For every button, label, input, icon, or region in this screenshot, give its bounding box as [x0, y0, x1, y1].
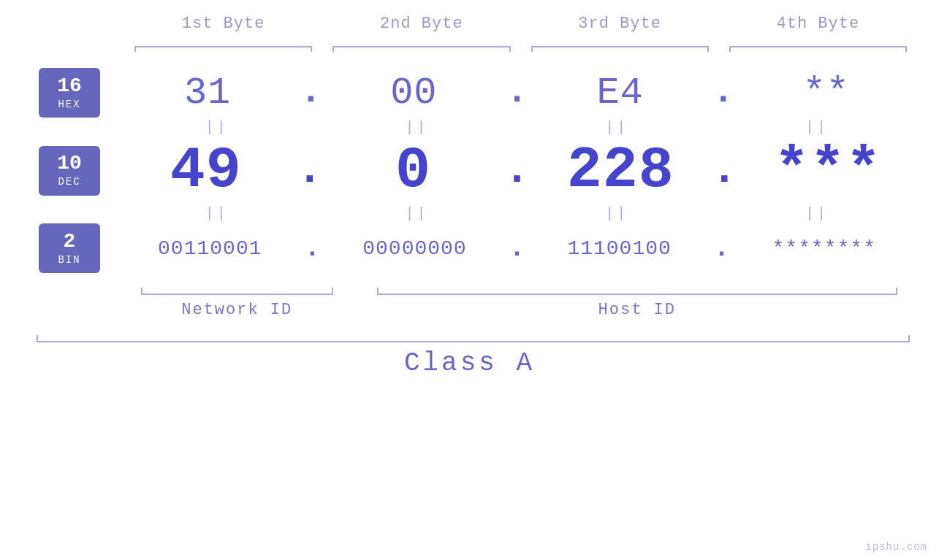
- hex-byte1-cell: 31: [117, 72, 298, 115]
- hex-byte3: E4: [596, 72, 643, 115]
- byte-headers: 1st Byte 2nd Byte 3rd Byte 4th Byte: [22, 15, 917, 33]
- hex-byte2-cell: 00: [323, 72, 504, 115]
- bin-byte2: 00000000: [362, 237, 466, 260]
- dot-hex-3: .: [712, 71, 734, 115]
- bracket-byte3: [524, 39, 716, 53]
- dec-byte3-cell: 228: [532, 137, 710, 204]
- bin-values: 00110001 . 00000000 . 11100100 . *******…: [117, 234, 917, 264]
- hex-byte4: **: [803, 72, 850, 115]
- dec-byte1: 49: [170, 137, 242, 204]
- eq2-b1: ||: [117, 205, 317, 222]
- bracket-byte4: [722, 39, 914, 53]
- dot-hex-2: .: [506, 71, 528, 115]
- hex-values: 31 . 00 . E4 . **: [117, 71, 917, 115]
- content-area: 16 HEX 31 . 00 . E4 . **: [22, 68, 917, 273]
- class-bracket: [33, 328, 913, 342]
- bin-label: 2 BIN: [22, 223, 117, 273]
- equals-row-2: || || || ||: [22, 205, 917, 222]
- dec-byte1-cell: 49: [117, 137, 295, 204]
- dec-byte2-cell: 0: [324, 137, 503, 204]
- hex-label-box: 16 HEX: [39, 68, 100, 118]
- dot-hex-1: .: [300, 71, 322, 115]
- bin-byte4: ********: [772, 237, 876, 260]
- class-label: Class A: [404, 348, 535, 378]
- eq2-b4: ||: [717, 205, 917, 222]
- dec-byte4: ***: [775, 137, 882, 204]
- host-id-label: Host ID: [598, 301, 676, 319]
- eq1-b4: ||: [717, 119, 917, 136]
- byte4-header: 4th Byte: [719, 15, 917, 33]
- dec-byte2: 0: [395, 137, 431, 204]
- eq1-b2: ||: [317, 119, 517, 136]
- host-id-area: Host ID: [357, 280, 918, 319]
- hex-label: 16 HEX: [22, 68, 117, 118]
- bin-number: 2: [64, 231, 76, 253]
- main-container: 1st Byte 2nd Byte 3rd Byte 4th Byte 16 H…: [0, 0, 939, 560]
- dec-byte3: 228: [567, 137, 674, 204]
- dot-dec-1: .: [297, 145, 323, 204]
- host-id-bracket: [371, 280, 903, 295]
- eq2-b2: ||: [317, 205, 517, 222]
- hex-byte1: 31: [184, 72, 231, 115]
- dec-label-box: 10 DEC: [39, 146, 100, 196]
- bin-sub: BIN: [58, 255, 80, 266]
- network-id-bracket: [135, 280, 339, 295]
- watermark: ipshu.com: [865, 541, 927, 553]
- hex-sub: HEX: [58, 99, 80, 110]
- hex-number: 16: [57, 75, 82, 98]
- byte2-header: 2nd Byte: [322, 15, 520, 33]
- bracket-byte2: [325, 39, 517, 53]
- dot-bin-2: .: [509, 234, 525, 264]
- id-labels-row: Network ID Host ID: [22, 280, 917, 319]
- bin-byte3: 11100100: [567, 237, 671, 260]
- dec-row: 10 DEC 49 . 0 . 228 . ***: [22, 137, 917, 204]
- bin-byte4-cell: ********: [731, 237, 917, 260]
- bin-label-box: 2 BIN: [39, 223, 100, 273]
- bin-byte2-cell: 00000000: [322, 237, 508, 260]
- eq1-b3: ||: [517, 119, 718, 136]
- dot-dec-3: .: [711, 145, 737, 204]
- dot-bin-3: .: [714, 234, 730, 264]
- header-bracket-row: [22, 39, 917, 53]
- bin-byte3-cell: 11100100: [526, 237, 712, 260]
- dec-number: 10: [57, 153, 82, 175]
- eq2-b3: ||: [517, 205, 718, 222]
- dot-dec-2: .: [503, 145, 530, 204]
- bin-byte1-cell: 00110001: [117, 237, 303, 260]
- dec-values: 49 . 0 . 228 . ***: [117, 137, 917, 204]
- network-id-area: Network ID: [117, 280, 357, 319]
- eq1-b1: ||: [117, 119, 317, 136]
- dec-label: 10 DEC: [22, 146, 117, 196]
- hex-byte2: 00: [390, 72, 437, 115]
- bracket-byte1: [127, 39, 319, 53]
- byte3-header: 3rd Byte: [521, 15, 719, 33]
- hex-row: 16 HEX 31 . 00 . E4 . **: [22, 68, 917, 118]
- byte1-header: 1st Byte: [124, 15, 322, 33]
- bin-byte1: 00110001: [158, 237, 262, 260]
- dec-byte4-cell: ***: [739, 137, 917, 204]
- dot-bin-1: .: [305, 234, 321, 264]
- equals-row-1: || || || ||: [22, 119, 917, 136]
- id-section: Network ID Host ID: [22, 280, 917, 319]
- network-id-label: Network ID: [181, 301, 292, 319]
- bin-row: 2 BIN 00110001 . 00000000 . 11100100 . *: [22, 223, 917, 273]
- hex-byte3-cell: E4: [530, 72, 711, 115]
- class-section: Class A: [22, 328, 917, 378]
- hex-byte4-cell: **: [736, 72, 917, 115]
- dec-sub: DEC: [58, 177, 80, 188]
